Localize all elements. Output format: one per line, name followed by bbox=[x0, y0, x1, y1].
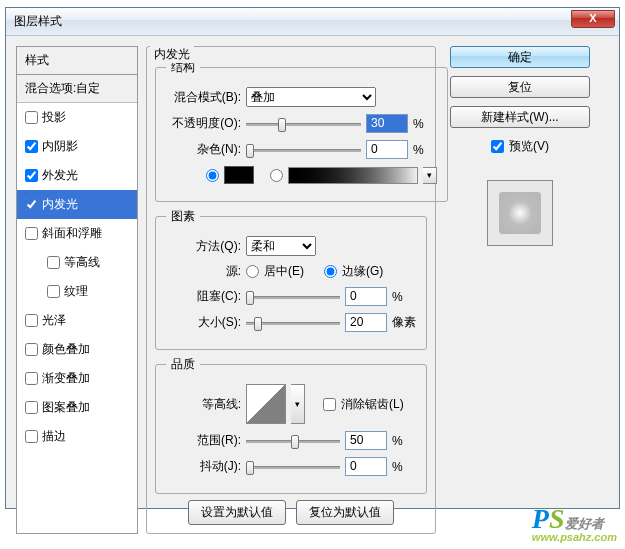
panel-title: 内发光 bbox=[150, 46, 194, 63]
style-item-4[interactable]: 斜面和浮雕 bbox=[17, 219, 137, 248]
structure-group: 结构 混合模式(B): 叠加 不透明度(O): 30 % 杂色(N): bbox=[155, 59, 448, 202]
cancel-button[interactable]: 复位 bbox=[450, 76, 590, 98]
opacity-slider[interactable] bbox=[246, 115, 361, 133]
pct-label: % bbox=[413, 143, 437, 157]
choke-label: 阻塞(C): bbox=[166, 288, 241, 305]
size-label: 大小(S): bbox=[166, 314, 241, 331]
method-select[interactable]: 柔和 bbox=[246, 236, 316, 256]
style-item-2[interactable]: 外发光 bbox=[17, 161, 137, 190]
opacity-label: 不透明度(O): bbox=[166, 115, 241, 132]
make-default-button[interactable]: 设置为默认值 bbox=[188, 500, 286, 525]
choke-input[interactable]: 0 bbox=[345, 287, 387, 306]
source-edge-radio[interactable] bbox=[324, 265, 337, 278]
style-label: 等高线 bbox=[64, 254, 100, 271]
size-slider[interactable] bbox=[246, 314, 340, 332]
px-label: 像素 bbox=[392, 314, 416, 331]
style-label: 投影 bbox=[42, 109, 66, 126]
style-checkbox[interactable] bbox=[25, 314, 38, 327]
opacity-input[interactable]: 30 bbox=[366, 114, 408, 133]
style-item-0[interactable]: 投影 bbox=[17, 103, 137, 132]
contour-picker[interactable] bbox=[246, 384, 286, 424]
method-label: 方法(Q): bbox=[166, 238, 241, 255]
pct-label: % bbox=[392, 434, 416, 448]
quality-group: 品质 等高线: ▾ 消除锯齿(L) 范围(R): 50 % bbox=[155, 356, 427, 494]
source-label: 源: bbox=[166, 263, 241, 280]
preview-swatch bbox=[487, 180, 553, 246]
action-panel: 确定 复位 新建样式(W)... 预览(V) bbox=[444, 46, 596, 534]
style-checkbox[interactable] bbox=[47, 285, 60, 298]
jitter-input[interactable]: 0 bbox=[345, 457, 387, 476]
element-legend: 图素 bbox=[166, 208, 200, 225]
titlebar: 图层样式 X bbox=[6, 8, 619, 36]
style-item-6[interactable]: 纹理 bbox=[17, 277, 137, 306]
styles-header: 样式 bbox=[17, 47, 137, 75]
ok-button[interactable]: 确定 bbox=[450, 46, 590, 68]
jitter-slider[interactable] bbox=[246, 458, 340, 476]
window-title: 图层样式 bbox=[14, 13, 62, 30]
style-checkbox[interactable] bbox=[25, 227, 38, 240]
styles-list: 样式 混合选项:自定 投影内阴影外发光内发光斜面和浮雕等高线纹理光泽颜色叠加渐变… bbox=[16, 46, 138, 534]
style-item-9[interactable]: 渐变叠加 bbox=[17, 364, 137, 393]
blend-mode-label: 混合模式(B): bbox=[166, 89, 241, 106]
color-swatch[interactable] bbox=[224, 166, 254, 184]
style-item-10[interactable]: 图案叠加 bbox=[17, 393, 137, 422]
noise-slider[interactable] bbox=[246, 141, 361, 159]
style-checkbox[interactable] bbox=[25, 140, 38, 153]
style-item-7[interactable]: 光泽 bbox=[17, 306, 137, 335]
style-checkbox[interactable] bbox=[25, 169, 38, 182]
pct-label: % bbox=[392, 290, 416, 304]
size-input[interactable]: 20 bbox=[345, 313, 387, 332]
style-item-8[interactable]: 颜色叠加 bbox=[17, 335, 137, 364]
source-edge-label: 边缘(G) bbox=[342, 263, 383, 280]
style-checkbox[interactable] bbox=[25, 111, 38, 124]
gradient-swatch[interactable] bbox=[288, 167, 418, 184]
style-item-3[interactable]: 内发光 bbox=[17, 190, 137, 219]
new-style-button[interactable]: 新建样式(W)... bbox=[450, 106, 590, 128]
range-slider[interactable] bbox=[246, 432, 340, 450]
close-button[interactable]: X bbox=[571, 10, 615, 28]
source-center-label: 居中(E) bbox=[264, 263, 304, 280]
antialias-label: 消除锯齿(L) bbox=[341, 396, 404, 413]
style-label: 颜色叠加 bbox=[42, 341, 90, 358]
gradient-radio[interactable] bbox=[270, 169, 283, 182]
style-checkbox[interactable] bbox=[25, 401, 38, 414]
noise-label: 杂色(N): bbox=[166, 141, 241, 158]
style-item-5[interactable]: 等高线 bbox=[17, 248, 137, 277]
style-label: 斜面和浮雕 bbox=[42, 225, 102, 242]
watermark: PS爱好者 www.psahz.com bbox=[532, 503, 617, 543]
dialog-window: 图层样式 X 内发光 样式 混合选项:自定 投影内阴影外发光内发光斜面和浮雕等高… bbox=[5, 7, 620, 509]
style-checkbox[interactable] bbox=[47, 256, 60, 269]
style-item-1[interactable]: 内阴影 bbox=[17, 132, 137, 161]
choke-slider[interactable] bbox=[246, 288, 340, 306]
style-label: 描边 bbox=[42, 428, 66, 445]
style-checkbox[interactable] bbox=[25, 343, 38, 356]
style-checkbox[interactable] bbox=[25, 430, 38, 443]
style-label: 内发光 bbox=[42, 196, 78, 213]
antialias-checkbox[interactable] bbox=[323, 398, 336, 411]
noise-input[interactable]: 0 bbox=[366, 140, 408, 159]
element-group: 图素 方法(Q): 柔和 源: 居中(E) 边缘(G) 阻塞(C): bbox=[155, 208, 427, 350]
style-checkbox[interactable] bbox=[25, 372, 38, 385]
source-center-radio[interactable] bbox=[246, 265, 259, 278]
preview-checkbox[interactable] bbox=[491, 140, 504, 153]
preview-label: 预览(V) bbox=[509, 138, 549, 155]
style-label: 外发光 bbox=[42, 167, 78, 184]
style-label: 内阴影 bbox=[42, 138, 78, 155]
reset-default-button[interactable]: 复位为默认值 bbox=[296, 500, 394, 525]
contour-dropdown[interactable]: ▾ bbox=[291, 384, 305, 424]
color-radio[interactable] bbox=[206, 169, 219, 182]
settings-panel: 结构 混合模式(B): 叠加 不透明度(O): 30 % 杂色(N): bbox=[146, 46, 436, 534]
style-label: 渐变叠加 bbox=[42, 370, 90, 387]
style-item-11[interactable]: 描边 bbox=[17, 422, 137, 451]
quality-legend: 品质 bbox=[166, 356, 200, 373]
range-input[interactable]: 50 bbox=[345, 431, 387, 450]
style-label: 光泽 bbox=[42, 312, 66, 329]
blend-options-header[interactable]: 混合选项:自定 bbox=[17, 75, 137, 103]
style-label: 纹理 bbox=[64, 283, 88, 300]
jitter-label: 抖动(J): bbox=[166, 458, 241, 475]
range-label: 范围(R): bbox=[166, 432, 241, 449]
blend-mode-select[interactable]: 叠加 bbox=[246, 87, 376, 107]
style-checkbox[interactable] bbox=[25, 198, 38, 211]
gradient-dropdown[interactable]: ▾ bbox=[423, 167, 437, 184]
style-label: 图案叠加 bbox=[42, 399, 90, 416]
